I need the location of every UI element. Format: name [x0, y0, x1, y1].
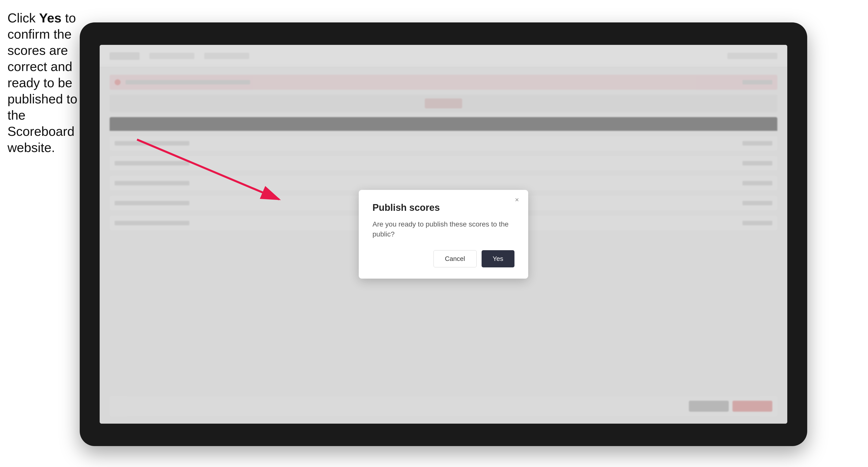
publish-scores-modal: × Publish scores Are you ready to publis…	[359, 190, 528, 278]
modal-close-button[interactable]: ×	[512, 195, 522, 205]
modal-actions: Cancel Yes	[372, 250, 515, 268]
modal-overlay: × Publish scores Are you ready to publis…	[100, 45, 787, 424]
instruction-text: Click Yes to confirm the scores are corr…	[7, 10, 80, 156]
modal-body: Are you ready to publish these scores to…	[372, 219, 515, 239]
modal-title: Publish scores	[372, 203, 515, 213]
tablet-device: × Publish scores Are you ready to publis…	[80, 23, 807, 446]
yes-confirm-button[interactable]: Yes	[482, 250, 515, 268]
tablet-screen: × Publish scores Are you ready to publis…	[100, 45, 787, 424]
cancel-button[interactable]: Cancel	[434, 250, 476, 268]
